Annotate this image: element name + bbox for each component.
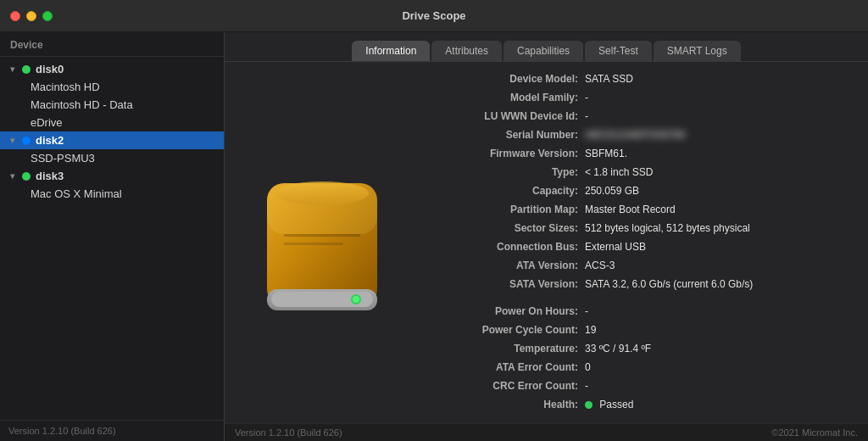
footer-copyright: ©2021 Micromat Inc. [771, 427, 858, 438]
value-lu-wwn: - [585, 110, 851, 122]
info-row-serial: Serial Number: ABCD1234EFG56789 [428, 126, 851, 145]
value-crc-error-count: - [585, 380, 851, 392]
label-firmware: Firmware Version: [428, 148, 585, 159]
info-row-ata-version: ATA Version: ACS-3 [428, 257, 851, 276]
svg-rect-7 [284, 234, 360, 237]
sidebar-content: ▾ disk0 Macintosh HD Macintosh HD - Data… [0, 57, 224, 420]
footer-version: Version 1.2.10 (Build 626) [235, 427, 342, 438]
value-partition-map: Master Boot Record [585, 204, 851, 215]
info-row-ata-error-count: ATA Error Count: 0 [428, 359, 851, 377]
tab-information[interactable]: Information [352, 41, 430, 61]
sidebar-item-disk3[interactable]: ▾ disk3 [0, 167, 224, 185]
label-type: Type: [428, 166, 585, 178]
label-connection-bus: Connection Bus: [428, 241, 585, 253]
sidebar: Device ▾ disk0 Macintosh HD Macintosh HD… [0, 32, 225, 441]
maximize-button[interactable] [42, 11, 53, 21]
info-row-capacity: Capacity: 250.059 GB [428, 182, 851, 201]
sidebar-item-label: disk3 [36, 170, 64, 182]
label-capacity: Capacity: [428, 185, 585, 197]
label-power-on-hours: Power On Hours: [428, 305, 585, 317]
value-ata-version: ACS-3 [585, 260, 851, 271]
value-sector-sizes: 512 bytes logical, 512 bytes physical [585, 222, 851, 234]
label-serial: Serial Number: [428, 129, 585, 141]
sidebar-item-macintosh-hd-data[interactable]: Macintosh HD - Data [0, 96, 224, 114]
value-power-on-hours: - [585, 305, 851, 317]
sidebar-item-label: disk0 [36, 63, 64, 75]
label-sata-version: SATA Version: [428, 278, 585, 290]
close-button[interactable] [10, 11, 20, 21]
sidebar-item-label: SSD-PSMU3 [31, 152, 95, 165]
sidebar-item-mac-os-x-minimal[interactable]: Mac OS X Minimal [0, 185, 224, 203]
label-health: Health: [428, 399, 585, 410]
chevron-icon: ▾ [10, 136, 20, 145]
info-panel: Device Model: SATA SSD Model Family: - L… [420, 62, 868, 423]
svg-point-6 [353, 296, 359, 303]
health-dot-icon [585, 401, 593, 409]
value-serial: ABCD1234EFG56789 [585, 129, 851, 141]
info-row-model-family: Model Family: - [428, 89, 851, 108]
value-type: < 1.8 inch SSD [585, 166, 851, 178]
value-temperature: 33 ºC / 91.4 ºF [585, 343, 851, 354]
value-capacity: 250.059 GB [585, 185, 851, 197]
value-model-family: - [585, 92, 851, 103]
info-row-firmware: Firmware Version: SBFM61. [428, 145, 851, 164]
drive-image-area [225, 62, 420, 423]
info-row-type: Type: < 1.8 inch SSD [428, 164, 851, 182]
tab-self-test[interactable]: Self-Test [585, 41, 652, 61]
value-health: Passed [585, 399, 851, 410]
info-row-power-cycle-count: Power Cycle Count: 19 [428, 321, 851, 340]
info-row-lu-wwn: LU WWN Device Id: - [428, 108, 851, 126]
label-power-cycle-count: Power Cycle Count: [428, 324, 585, 336]
disk0-status-dot [22, 65, 31, 74]
main-layout: Device ▾ disk0 Macintosh HD Macintosh HD… [0, 32, 868, 441]
window-title: Drive Scope [402, 9, 465, 22]
value-ata-error-count: 0 [585, 361, 851, 373]
svg-rect-2 [267, 183, 377, 234]
disk2-status-dot [22, 137, 31, 145]
health-value-text: Passed [599, 399, 633, 410]
label-device-model: Device Model: [428, 73, 585, 85]
info-divider [428, 294, 851, 303]
label-sector-sizes: Sector Sizes: [428, 222, 585, 234]
sidebar-item-label: Mac OS X Minimal [31, 187, 122, 200]
sidebar-item-label: disk2 [36, 134, 64, 147]
info-row-device-model: Device Model: SATA SSD [428, 70, 851, 89]
tab-bar: Information Attributes Capabilities Self… [225, 32, 868, 61]
disk3-status-dot [22, 172, 31, 181]
sidebar-item-label: eDrive [31, 116, 63, 129]
svg-rect-8 [284, 243, 343, 245]
value-device-model: SATA SSD [585, 73, 851, 85]
tab-attributes[interactable]: Attributes [431, 41, 502, 61]
sidebar-item-ssd-psmu3[interactable]: SSD-PSMU3 [0, 149, 224, 167]
tab-smart-logs[interactable]: SMART Logs [654, 41, 741, 61]
drive-icon [250, 158, 394, 327]
tab-capabilities[interactable]: Capabilities [504, 41, 583, 61]
label-model-family: Model Family: [428, 92, 585, 103]
value-sata-version: SATA 3.2, 6.0 Gb/s (current 6.0 Gb/s) [585, 278, 851, 290]
sidebar-item-macintosh-hd[interactable]: Macintosh HD [0, 78, 224, 96]
value-firmware: SBFM61. [585, 148, 851, 159]
label-temperature: Temperature: [428, 343, 585, 354]
minimize-button[interactable] [26, 11, 36, 21]
info-row-sata-version: SATA Version: SATA 3.2, 6.0 Gb/s (curren… [428, 276, 851, 294]
sidebar-footer: Version 1.2.10 (Build 626) [0, 420, 224, 441]
info-row-connection-bus: Connection Bus: External USB [428, 238, 851, 257]
sidebar-header: Device [0, 32, 224, 57]
info-row-sector-sizes: Sector Sizes: 512 bytes logical, 512 byt… [428, 220, 851, 238]
right-panel: Information Attributes Capabilities Self… [225, 32, 868, 441]
titlebar: Drive Scope [0, 0, 868, 32]
label-partition-map: Partition Map: [428, 204, 585, 215]
chevron-icon: ▾ [10, 64, 20, 74]
label-ata-error-count: ATA Error Count: [428, 361, 585, 373]
sidebar-item-edrive[interactable]: eDrive [0, 114, 224, 131]
info-row-power-on-hours: Power On Hours: - [428, 303, 851, 321]
app-footer: Version 1.2.10 (Build 626) ©2021 Microma… [225, 423, 868, 441]
chevron-icon: ▾ [10, 171, 20, 181]
sidebar-item-disk2[interactable]: ▾ disk2 [0, 131, 224, 149]
sidebar-item-label: Macintosh HD [31, 81, 100, 93]
sidebar-item-disk0[interactable]: ▾ disk0 [0, 60, 224, 78]
value-power-cycle-count: 19 [585, 324, 851, 336]
info-row-temperature: Temperature: 33 ºC / 91.4 ºF [428, 340, 851, 359]
label-crc-error-count: CRC Error Count: [428, 380, 585, 392]
label-ata-version: ATA Version: [428, 260, 585, 271]
